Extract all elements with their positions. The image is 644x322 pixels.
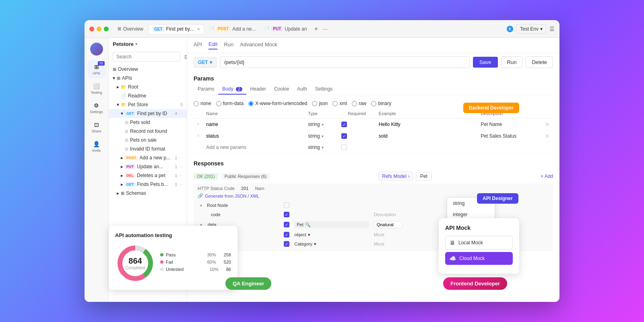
qnatural-input[interactable] (374, 221, 402, 228)
tab-auth[interactable]: Auth (293, 84, 311, 95)
sidebar-item-testing[interactable]: ⬜ Testing (88, 80, 105, 97)
tab-get-find-pet[interactable]: GET Find pet by... ✕ (148, 24, 204, 33)
type-select-1[interactable]: string ▾ (308, 122, 335, 127)
tree-schemas-folder[interactable]: ▸ ⊞ Schemas (109, 189, 187, 198)
filter-button[interactable]: ⊟ (182, 52, 187, 62)
tree-post-add[interactable]: ▸ POST Add a new p... 1 ··· (109, 153, 187, 162)
minimize-button[interactable] (97, 27, 101, 31)
add-response-button[interactable]: + Add (541, 173, 553, 179)
close-button[interactable] (89, 27, 94, 31)
tree-pets-on-sale[interactable]: ⊙ Pets on sale (109, 136, 187, 144)
tab-params[interactable]: Params (194, 84, 218, 95)
code-checkbox[interactable]: ✓ (284, 212, 289, 217)
tree-record-not-found[interactable]: ⊙ Record not found (109, 127, 187, 136)
subnav-edit[interactable]: Edit (208, 41, 217, 50)
root-checkbox[interactable] (284, 202, 289, 208)
required-checkbox-1[interactable]: ✓ (341, 122, 347, 127)
put-more-icon[interactable]: ··· (179, 164, 183, 169)
radio-xml[interactable]: xml (332, 101, 347, 106)
cloud-mock-option[interactable]: ☁️ Cloud Mock (445, 252, 513, 265)
remove-param-1[interactable]: ✕ (545, 121, 550, 128)
tree-readme[interactable]: 📄 Readme (109, 91, 187, 100)
finds-more-icon[interactable]: ··· (179, 182, 183, 187)
remove-param-2[interactable]: ✕ (545, 133, 550, 139)
drag-handle-2[interactable]: ⠿ (197, 134, 200, 138)
add-param-input[interactable] (206, 144, 301, 150)
tab-cookie[interactable]: Cookie (270, 84, 293, 95)
workspace-chevron-icon[interactable]: ▾ (135, 41, 138, 47)
radio-formdata[interactable]: form-data (216, 101, 244, 106)
pets-sold-icon: ⊙ (125, 120, 128, 125)
maximize-button[interactable] (104, 27, 109, 31)
save-button[interactable]: Save (473, 57, 498, 68)
fail-dot (160, 260, 163, 264)
tree-pets-sold[interactable]: ⊙ Pets sold (109, 118, 187, 127)
tree-overview[interactable]: ⊞ Overview (109, 65, 187, 74)
tree-root-folder[interactable]: ▸ 📁 Root (109, 83, 187, 91)
delete-button[interactable]: Delete (526, 56, 553, 68)
data-checkbox[interactable]: ✓ (284, 222, 289, 227)
more-options-icon[interactable]: ··· (179, 111, 183, 116)
sidebar-item-invite[interactable]: 👤 Invite (88, 138, 105, 155)
name-input-2[interactable] (206, 133, 301, 139)
del-more-icon[interactable]: ··· (179, 173, 183, 178)
radio-none[interactable]: none (194, 101, 211, 106)
local-mock-option[interactable]: 🖥 Local Mock (445, 236, 513, 250)
method-selector[interactable]: GET ▾ (194, 57, 217, 68)
menu-icon[interactable]: ☰ (549, 26, 555, 32)
new-tab-button[interactable]: + (312, 25, 320, 33)
tree-apis-folder[interactable]: ▾ ⊞ APIs (109, 74, 187, 83)
type-select-new[interactable]: string ▾ (308, 144, 335, 150)
search-input[interactable] (113, 52, 180, 62)
post-more-icon[interactable]: ··· (179, 155, 183, 161)
tree-put-update[interactable]: ▸ PUT Update an... 1 ··· (109, 162, 187, 171)
category-checkbox[interactable]: ✓ (284, 241, 289, 247)
tab-body[interactable]: Body 2 (218, 84, 246, 95)
tree-petstore-folder[interactable]: ▾ 📁 Pet Store 5 (109, 100, 187, 109)
required-checkbox-new[interactable] (341, 144, 347, 150)
tabs-more-button[interactable]: ··· (321, 26, 329, 32)
example-input-2[interactable] (379, 133, 474, 139)
run-button[interactable]: Run (501, 56, 523, 68)
tab-put-update[interactable]: 📄 PUT Update an (260, 25, 311, 33)
schemas-chevron-icon: ▸ (117, 190, 119, 196)
tab-overview[interactable]: ⊞ Overview (114, 25, 147, 33)
pet-search[interactable]: Pet 🔍 (294, 221, 369, 228)
donut-center: 864 Completed (126, 256, 145, 270)
env-selector[interactable]: Test Env ▾ (516, 24, 546, 34)
tab-header[interactable]: Header (246, 84, 270, 95)
status-badge[interactable]: OK (201) (194, 173, 218, 180)
radio-urlencoded[interactable]: X-www-form-urlencoded (248, 101, 307, 106)
url-input[interactable] (220, 56, 470, 68)
tree-del-pet[interactable]: ▸ DEL Deletes a pet 1 ··· (109, 171, 187, 180)
name-input-1[interactable] (206, 122, 301, 127)
subnav-advanced-mock[interactable]: Advanced Mock (240, 41, 277, 49)
find-pet-chevron-icon: ▾ (121, 111, 123, 116)
avatar[interactable] (90, 43, 103, 56)
type-category[interactable]: Category ▾ (294, 242, 369, 247)
get-method-badge: GET (125, 111, 136, 116)
tree-find-pet-by-id[interactable]: ▾ GET Find pet by ID 4 ··· (109, 109, 187, 118)
type-select-2[interactable]: string ▾ (308, 133, 335, 139)
type-object[interactable]: object ▾ (294, 232, 369, 237)
tab-close-icon[interactable]: ✕ (197, 27, 200, 31)
tab-post-add[interactable]: 📄 POST Add a ne... (205, 25, 260, 33)
drag-handle[interactable]: ⠿ (197, 122, 200, 127)
id-checkbox[interactable]: ✓ (284, 232, 289, 237)
sidebar-item-apis[interactable]: ⊞ APIs 79 (88, 60, 105, 78)
radio-json[interactable]: json (312, 101, 328, 106)
public-responses-badge[interactable]: Public Responses (6) (221, 173, 270, 180)
tree-get-finds-pets[interactable]: ▸ GET Finds Pets b... 1 ··· (109, 180, 187, 189)
sidebar-item-settings[interactable]: ⚙ Settings (88, 99, 105, 117)
tree-invalid-id-format[interactable]: ⊙ Invalid ID format (109, 144, 187, 153)
sidebar-item-share[interactable]: ⊡ Share (88, 118, 105, 136)
root-chevron-icon[interactable]: ▾ (200, 203, 202, 208)
radio-binary[interactable]: binary (371, 101, 391, 106)
refs-model-button[interactable]: Refs Model › (378, 171, 413, 181)
subnav-run[interactable]: Run (224, 41, 233, 49)
tab-settings[interactable]: Settings (311, 84, 336, 95)
radio-raw[interactable]: raw (352, 101, 366, 106)
required-checkbox-2[interactable]: ✓ (341, 133, 347, 139)
subnav-api[interactable]: API (194, 41, 202, 49)
example-input-1[interactable] (379, 122, 474, 127)
